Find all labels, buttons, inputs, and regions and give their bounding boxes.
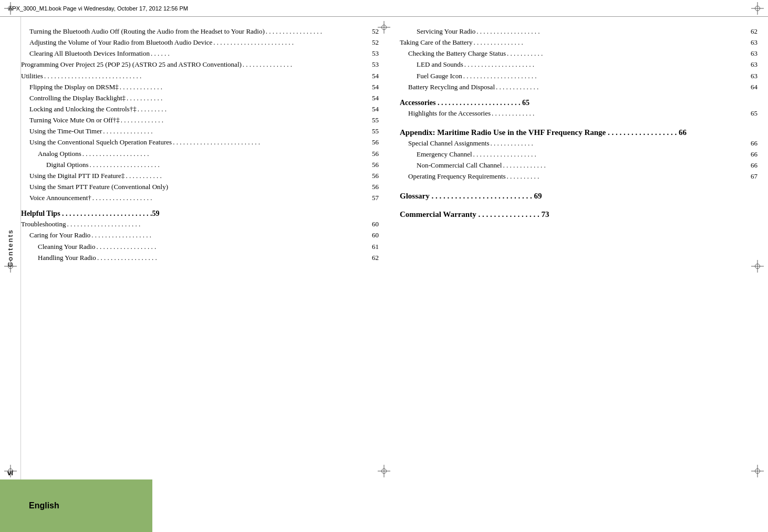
- toc-text: Non-Commercial Call Channel: [417, 160, 502, 171]
- toc-text: Highlights for the Accessories: [408, 108, 491, 119]
- toc-entry: Programming Over Project 25 (POP 25) (AS…: [21, 59, 379, 70]
- toc-text: Special Channel Assignments: [408, 138, 490, 149]
- toc-text: Locking and Unlocking the Controls†‡: [29, 104, 137, 114]
- toc-dots: . . . . . . . . . . .: [126, 171, 365, 181]
- toc-dots: . . . . . . . . .: [138, 104, 365, 114]
- toc-entry: Fuel Gauge Icon . . . . . . . . . . . . …: [400, 71, 757, 81]
- toc-text: Analog Options: [38, 149, 81, 159]
- toc-entry: Analog Options . . . . . . . . . . . . .…: [21, 149, 379, 159]
- toc-dots: . . . . . . . . . . .: [127, 93, 365, 103]
- toc-page: 60: [366, 230, 379, 241]
- page-number: vi: [0, 469, 21, 477]
- toc-entry: Locking and Unlocking the Controls†‡ . .…: [21, 104, 379, 114]
- toc-text: Troubleshooting: [21, 219, 66, 230]
- toc-page: 56: [366, 182, 379, 192]
- toc-entry: Glossary . . . . . . . . . . . . . . . .…: [400, 192, 757, 201]
- toc-page: 67: [744, 171, 757, 182]
- toc-entry: Operating Frequency Requirements . . . .…: [400, 171, 757, 182]
- toc-dots: . . . . . . . . . . .: [507, 48, 743, 59]
- toc-text: Using the Conventional Squelch Operation…: [29, 137, 172, 148]
- toc-dots: . . . . . . . . . . . . .: [496, 82, 743, 92]
- toc-dots: . . . . . . . . . . . . .: [121, 115, 365, 126]
- toc-text: Checking the Battery Charge Status: [408, 48, 506, 59]
- toc-page: 63: [744, 71, 757, 81]
- toc-page: 63: [744, 37, 757, 48]
- left-column: Turning the Bluetooth Audio Off (Routing…: [21, 21, 379, 479]
- toc-page: 53: [366, 59, 379, 70]
- toc-text: Using the Smart PTT Feature (Conventiona…: [29, 182, 168, 192]
- toc-dots: . . . . . . . . . . . . . . . . . .: [92, 193, 365, 203]
- toc-text: Cleaning Your Radio: [38, 242, 95, 252]
- toc-entry: Controlling the Display Backlight‡ . . .…: [21, 93, 379, 103]
- toc-entry: Using the Digital PTT ID Feature‡ . . . …: [21, 171, 379, 181]
- toc-text: Flipping the Display on DRSM‡: [29, 82, 119, 92]
- toc-entry: Servicing Your Radio . . . . . . . . . .…: [400, 26, 757, 37]
- toc-entry: Helpful Tips . . . . . . . . . . . . . .…: [21, 210, 379, 218]
- toc-dots: . . . . . . . . . . . . . . . . . . . . …: [67, 219, 365, 230]
- toc-page: 57: [366, 193, 379, 203]
- toc-dots: . . . . . . . . . . . . . . .: [103, 126, 365, 137]
- toc-text: LED and Sounds: [417, 59, 463, 70]
- toc-text: Fuel Gauge Icon: [417, 71, 462, 81]
- toc-dots: . . . . . . . . . . . . . . . . . . .: [473, 149, 743, 160]
- toc-text: Handling Your Radio: [38, 253, 96, 263]
- toc-dots: . . . . . . . . . . . . . . . . .: [266, 26, 365, 37]
- toc-page: 60: [366, 219, 379, 230]
- toc-text: Turning the Bluetooth Audio Off (Routing…: [29, 26, 265, 37]
- toc-text: Voice Announcement†: [29, 193, 91, 203]
- toc-page: 56: [366, 160, 379, 170]
- toc-text: Digital Options: [46, 160, 89, 170]
- toc-page: 56: [366, 149, 379, 159]
- toc-dots: . . . . . . . . . . . . . . . . . . . . …: [463, 71, 743, 81]
- toc-page: 63: [744, 59, 757, 70]
- main-content: Turning the Bluetooth Audio Off (Routing…: [21, 21, 757, 479]
- toc-dots: . . . . . . . . . . . . . . . . . . . .: [82, 149, 365, 159]
- toc-dots: . . . . . . . . . . . . .: [503, 160, 743, 171]
- toc-entry: Handling Your Radio . . . . . . . . . . …: [21, 253, 379, 263]
- toc-entry: Turning the Bluetooth Audio Off (Routing…: [21, 26, 379, 37]
- top-bar: APX_3000_M1.book Page vi Wednesday, Octo…: [0, 0, 768, 17]
- right-column: Servicing Your Radio . . . . . . . . . .…: [400, 21, 757, 479]
- toc-entry: Adjusting the Volume of Your Radio from …: [21, 37, 379, 48]
- toc-page: 56: [366, 171, 379, 181]
- toc-page: 62: [366, 253, 379, 263]
- toc-text: Turning Voice Mute On or Off†‡: [29, 115, 120, 126]
- toc-entry: Highlights for the Accessories . . . . .…: [400, 108, 757, 119]
- toc-page: 66: [744, 149, 757, 160]
- toc-dots: . . . . . . . . . . . . . . . . . . . . …: [90, 160, 365, 170]
- toc-entry: Commercial Warranty . . . . . . . . . . …: [400, 210, 757, 219]
- toc-page: 65: [744, 108, 757, 119]
- toc-text: Battery Recycling and Disposal: [408, 82, 495, 92]
- toc-page: 55: [366, 115, 379, 126]
- toc-text: Taking Care of the Battery: [400, 37, 472, 48]
- toc-dots: . . . . . . . . . . . . . . .: [473, 37, 743, 48]
- toc-entry: Flipping the Display on DRSM‡ . . . . . …: [21, 82, 379, 92]
- toc-text: Using the Digital PTT ID Feature‡: [29, 171, 124, 181]
- toc-dots: . . . . . . . . . . . . .: [120, 82, 365, 92]
- toc-entry: Caring for Your Radio . . . . . . . . . …: [21, 230, 379, 241]
- toc-page: 54: [366, 82, 379, 92]
- toc-page: 64: [744, 82, 757, 92]
- toc-dots: . . . . . . . . . . . . . . . . . .: [91, 230, 365, 241]
- toc-text: Controlling the Display Backlight‡: [29, 93, 126, 103]
- sidebar-label-text: Contents: [6, 229, 14, 267]
- toc-entry: Special Channel Assignments . . . . . . …: [400, 138, 757, 149]
- toc-entry: Using the Smart PTT Feature (Conventiona…: [21, 182, 379, 192]
- toc-dots: . . . . . . . . . . . . . . . . . . .: [476, 26, 743, 37]
- toc-entry: Taking Care of the Battery . . . . . . .…: [400, 37, 757, 48]
- toc-entry: Utilities . . . . . . . . . . . . . . . …: [21, 71, 379, 81]
- toc-dots: . . . . . . . . . . . . . . . . . .: [96, 242, 365, 252]
- toc-entry: Non-Commercial Call Channel . . . . . . …: [400, 160, 757, 171]
- toc-page: 61: [366, 242, 379, 252]
- toc-page: 63: [744, 48, 757, 59]
- toc-entry: Cleaning Your Radio . . . . . . . . . . …: [21, 242, 379, 252]
- toc-entry: Battery Recycling and Disposal . . . . .…: [400, 82, 757, 92]
- toc-page: 52: [366, 26, 379, 37]
- toc-page: 66: [744, 160, 757, 171]
- toc-entry: Checking the Battery Charge Status . . .…: [400, 48, 757, 59]
- toc-page: 66: [744, 138, 757, 149]
- toc-page: 62: [744, 26, 757, 37]
- top-bar-text: APX_3000_M1.book Page vi Wednesday, Octo…: [8, 5, 188, 12]
- toc-dots: . . . . . . . . . . . . .: [492, 108, 743, 119]
- toc-text: Servicing Your Radio: [417, 26, 475, 37]
